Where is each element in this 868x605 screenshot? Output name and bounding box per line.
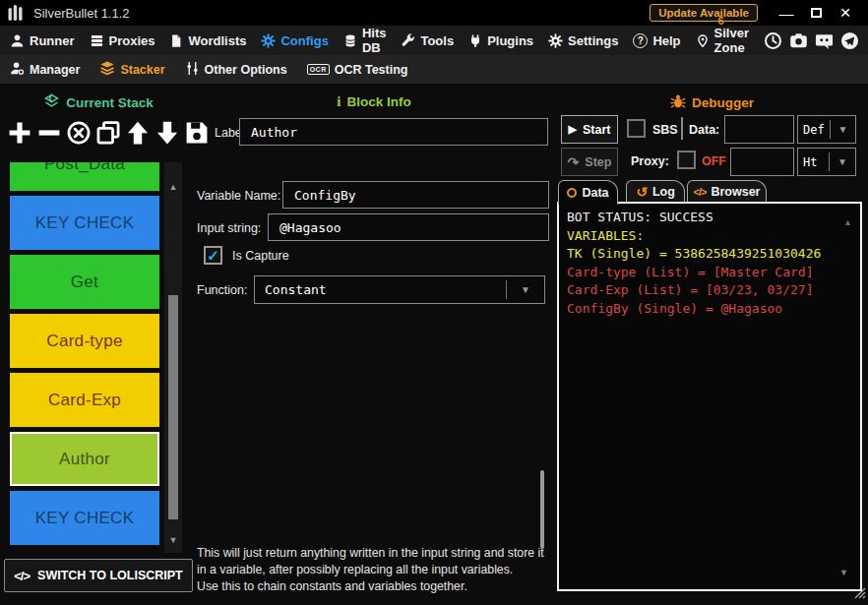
save-config-button[interactable] <box>183 117 211 149</box>
menu-hits-db[interactable]: Hits DB <box>343 26 387 55</box>
gear-icon <box>261 33 276 48</box>
menu-tools[interactable]: Tools <box>401 33 454 48</box>
menu-silver-zone[interactable]: 6 Silver Zone <box>696 26 749 55</box>
scroll-down-icon[interactable]: ▼ <box>164 535 182 545</box>
code-icon: </> <box>694 186 707 198</box>
clear-stack-button[interactable] <box>65 117 93 149</box>
scroll-up-icon[interactable]: ▲ <box>843 217 852 227</box>
move-down-button[interactable] <box>154 117 181 149</box>
switch-to-loliscript-button[interactable]: </> SWITCH TO LOLISCRIPT <box>4 559 193 592</box>
close-button[interactable]: × <box>831 2 860 24</box>
sbs-label: SBS <box>652 123 678 137</box>
location-pin-icon <box>696 33 710 48</box>
telegram-icon[interactable] <box>840 31 859 50</box>
info-icon: i <box>337 93 341 110</box>
proxy-label: Proxy: <box>631 154 669 168</box>
stack-block[interactable]: KEY CHECK <box>10 491 159 545</box>
remove-block-button[interactable] <box>35 117 63 149</box>
submenu-stacker[interactable]: Stacker <box>99 60 164 79</box>
data-input[interactable] <box>724 115 794 144</box>
chevron-down-icon: ▼ <box>507 284 544 295</box>
clone-block-button[interactable] <box>94 117 122 149</box>
menu-proxies[interactable]: Proxies <box>90 33 155 48</box>
stack-scrollbar[interactable]: ▲ ▼ <box>164 162 182 553</box>
main-menubar: Runner Proxies Wordlists Configs Hits DB… <box>0 26 868 55</box>
label-input[interactable]: Author <box>239 118 548 146</box>
submenu-manager[interactable]: Manager <box>10 61 80 79</box>
block-description: This will just return anything written i… <box>197 545 553 595</box>
titlebar: SilverBullet 1.1.2 Update Available — × <box>0 0 868 26</box>
is-capture-label: Is Capture <box>232 249 289 263</box>
proxy-off-status: OFF <box>702 154 726 168</box>
proxy-type-value: Ht <box>798 155 829 169</box>
chevron-down-icon: ▼ <box>831 124 855 135</box>
stack-block[interactable]: Get <box>10 255 159 309</box>
menu-settings[interactable]: Settings <box>548 33 618 48</box>
output-line: BOT STATUS: SUCCESS <box>567 209 852 227</box>
gear-icon <box>548 33 563 48</box>
minimize-button[interactable]: — <box>772 2 801 24</box>
output-line: VARIABLES: <box>567 227 852 246</box>
start-button[interactable]: ▶ Start <box>561 115 618 144</box>
variable-name-label: Variable Name: <box>197 189 280 203</box>
app-window: SilverBullet 1.1.2 Update Available — × … <box>0 0 868 605</box>
menu-plugins[interactable]: Plugins <box>468 33 533 48</box>
discord-icon[interactable] <box>815 31 834 50</box>
stack-block-selected[interactable]: Author <box>10 432 159 486</box>
stack-block[interactable]: Post_Data <box>10 162 159 191</box>
submenu-other-options[interactable]: Other Options <box>185 61 287 79</box>
tab-data[interactable]: Data <box>558 180 618 205</box>
proxy-checkbox[interactable] <box>677 151 696 169</box>
question-icon: ? <box>633 33 648 48</box>
bug-icon <box>670 93 686 112</box>
camera-icon[interactable] <box>789 31 808 50</box>
function-dropdown[interactable]: Constant ▼ <box>254 275 545 304</box>
tab-browser[interactable]: </> Browser <box>687 180 767 203</box>
plug-icon <box>468 33 482 48</box>
menu-help[interactable]: ? Help <box>633 33 680 48</box>
move-up-button[interactable] <box>124 117 152 149</box>
scroll-down-icon[interactable]: ▼ <box>839 568 848 577</box>
tab-log[interactable]: ↺ Log <box>626 180 685 203</box>
add-block-button[interactable] <box>6 117 33 149</box>
menu-runner[interactable]: Runner <box>10 33 75 48</box>
wordlist-type-dropdown[interactable]: Def ▼ <box>797 115 856 144</box>
scrollbar-thumb[interactable] <box>168 295 178 519</box>
server-icon <box>90 33 104 48</box>
menu-configs[interactable]: Configs <box>261 33 328 48</box>
debugger-header: Debugger <box>556 93 868 112</box>
debugger-output[interactable]: BOT STATUS: SUCCESS VARIABLES: TK (Singl… <box>557 202 862 591</box>
output-line: TK (Single) = 5386258439251030426 <box>567 245 852 264</box>
form-scrollbar-thumb[interactable] <box>540 470 544 549</box>
variable-name-input[interactable]: ConfigBy <box>282 181 549 209</box>
code-icon: </> <box>14 569 30 583</box>
sbs-checkbox[interactable] <box>627 119 646 138</box>
proxy-input[interactable] <box>730 148 794 176</box>
check-icon: ✓ <box>207 248 219 263</box>
update-available-button[interactable]: Update Available <box>650 4 758 22</box>
stack-toolbar <box>6 117 211 149</box>
proxy-type-dropdown[interactable]: Ht ▼ <box>797 148 856 176</box>
block-info-header: i Block Info <box>192 93 556 110</box>
input-string-input[interactable]: @Hagasoo <box>268 213 549 241</box>
stack-block[interactable]: Card-Exp <box>10 373 159 427</box>
output-line: Card-Exp (List) = [03/23, 03/27] <box>567 281 852 300</box>
step-button[interactable]: ↷ Step <box>561 148 618 176</box>
is-capture-checkbox[interactable]: ✓ <box>204 246 222 265</box>
function-value: Constant <box>255 282 506 297</box>
wrench-icon <box>401 33 415 48</box>
runner-icon <box>10 33 25 48</box>
stack-block[interactable]: Card-type <box>10 314 159 368</box>
layers-stack-icon <box>99 60 115 79</box>
stack-block[interactable]: KEY CHECK <box>10 196 159 250</box>
file-icon <box>169 33 183 48</box>
function-label: Function: <box>197 283 247 297</box>
titlebar-icon-group <box>764 31 859 50</box>
submenu-ocr-testing[interactable]: OCR OCR Testing <box>307 63 408 77</box>
output-line: Card-type (List) = [Master Card] <box>567 264 852 282</box>
maximize-button[interactable] <box>801 2 831 24</box>
menu-wordlists[interactable]: Wordlists <box>169 33 246 48</box>
scroll-up-icon[interactable]: ▲ <box>164 182 182 192</box>
app-logo-icon <box>8 4 24 22</box>
history-clock-icon[interactable] <box>764 31 782 50</box>
